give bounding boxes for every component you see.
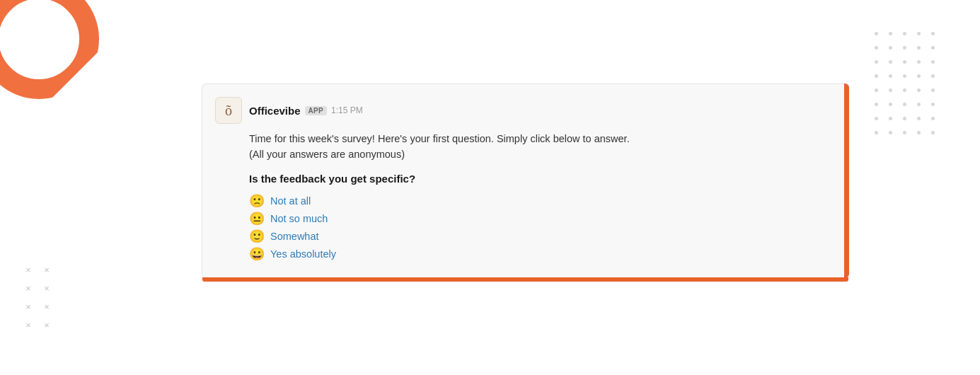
answer-option-3[interactable]: 🙂 Somewhat — [249, 230, 831, 243]
sender-name: Officevibe — [249, 105, 301, 117]
answer-option-1[interactable]: 🙁 Not at all — [249, 195, 831, 207]
arc-decoration — [0, 0, 99, 99]
answer-option-4[interactable]: 😀 Yes absolutely — [249, 248, 831, 260]
answer-link-4[interactable]: Yes absolutely — [270, 248, 336, 260]
message-body: Time for this week's survey! Here's your… — [249, 131, 831, 260]
answer-link-1[interactable]: Not at all — [270, 195, 311, 207]
emoji-1: 🙁 — [249, 195, 265, 207]
sender-info: Officevibe APP 1:15 PM — [249, 105, 363, 117]
emoji-2: 😐 — [249, 212, 265, 225]
message-text: Time for this week's survey! Here's your… — [249, 131, 831, 163]
message-header: õ Officevibe APP 1:15 PM — [215, 97, 831, 124]
x-marks-decoration: ×× ×× ×× ×× — [21, 263, 54, 333]
message-line1: Time for this week's survey! Here's your… — [249, 133, 630, 144]
avatar: õ — [215, 97, 242, 124]
emoji-4: 😀 — [249, 248, 265, 260]
message-line2: (All your answers are anonymous) — [249, 149, 405, 160]
survey-question: Is the feedback you get specific? — [249, 173, 831, 185]
chat-card: õ Officevibe APP 1:15 PM Time for this w… — [202, 83, 849, 278]
dot-grid-decoration — [871, 28, 938, 137]
answer-link-2[interactable]: Not so much — [270, 213, 328, 224]
avatar-char: õ — [225, 103, 232, 119]
message-timestamp: 1:15 PM — [331, 105, 363, 115]
answer-option-2[interactable]: 😐 Not so much — [249, 212, 831, 225]
app-badge: APP — [305, 106, 327, 115]
answer-link-3[interactable]: Somewhat — [270, 231, 319, 242]
emoji-3: 🙂 — [249, 230, 265, 243]
answer-options: 🙁 Not at all 😐 Not so much 🙂 Somewhat 😀 … — [249, 195, 831, 260]
